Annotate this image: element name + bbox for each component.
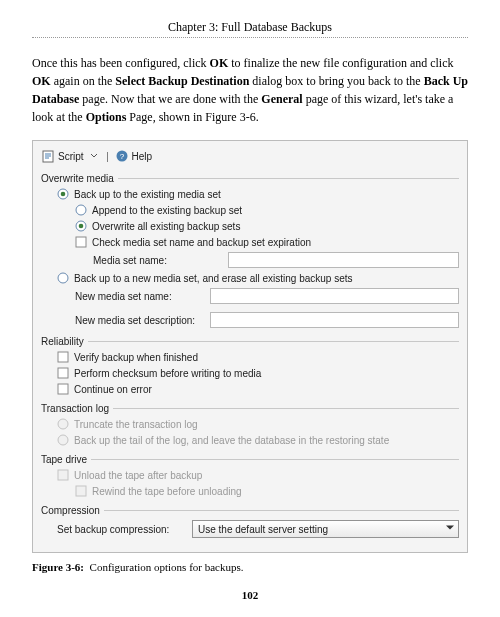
header-rule bbox=[32, 37, 468, 38]
group-reliability: Reliability Verify backup when finished … bbox=[41, 336, 459, 399]
checkbox-label: Verify backup when finished bbox=[74, 352, 198, 363]
svg-point-5 bbox=[76, 205, 86, 215]
svg-rect-16 bbox=[76, 486, 86, 496]
toolbar-separator: | bbox=[104, 151, 112, 162]
chapter-title: Chapter 3: Full Database Backups bbox=[32, 20, 468, 35]
radio-label: Truncate the transaction log bbox=[74, 419, 198, 430]
radio-overwrite-all[interactable]: Overwrite all existing backup sets bbox=[57, 218, 459, 234]
checkbox-icon bbox=[75, 236, 87, 248]
checkbox-label: Rewind the tape before unloading bbox=[92, 486, 242, 497]
group-compression: Compression Set backup compression: Use … bbox=[41, 505, 459, 542]
checkbox-icon bbox=[57, 383, 69, 395]
checkbox-rewind-tape: Rewind the tape before unloading bbox=[57, 483, 459, 499]
field-new-media-name: New media set name: bbox=[57, 286, 459, 306]
group-title: Compression bbox=[41, 505, 100, 516]
page-number: 102 bbox=[32, 589, 468, 601]
svg-rect-8 bbox=[76, 237, 86, 247]
group-transaction-log: Transaction log Truncate the transaction… bbox=[41, 403, 459, 450]
checkbox-label: Check media set name and backup set expi… bbox=[92, 237, 311, 248]
svg-text:?: ? bbox=[119, 152, 124, 161]
radio-label: Back up to a new media set, and erase al… bbox=[74, 273, 353, 284]
svg-rect-10 bbox=[58, 352, 68, 362]
help-label: Help bbox=[132, 151, 153, 162]
options-dialog: Script | ? Help Overwrite media Back up … bbox=[32, 140, 468, 553]
radio-icon bbox=[57, 434, 69, 446]
figure-caption: Figure 3-6: Configuration options for ba… bbox=[32, 561, 468, 573]
radio-icon bbox=[75, 204, 87, 216]
group-title: Overwrite media bbox=[41, 173, 114, 184]
svg-rect-11 bbox=[58, 368, 68, 378]
radio-existing-media[interactable]: Back up to the existing media set bbox=[57, 186, 459, 202]
radio-label: Append to the existing backup set bbox=[92, 205, 242, 216]
group-overwrite-media: Overwrite media Back up to the existing … bbox=[41, 173, 459, 332]
group-title: Tape drive bbox=[41, 454, 87, 465]
chevron-down-icon bbox=[87, 149, 101, 163]
checkbox-icon bbox=[57, 367, 69, 379]
radio-label: Back up to the existing media set bbox=[74, 189, 221, 200]
combo-value: Use the default server setting bbox=[198, 524, 328, 535]
checkbox-checksum[interactable]: Perform checksum before writing to media bbox=[57, 365, 459, 381]
checkbox-check-media[interactable]: Check media set name and backup set expi… bbox=[57, 234, 459, 250]
svg-point-9 bbox=[58, 273, 68, 283]
svg-point-13 bbox=[58, 419, 68, 429]
radio-icon bbox=[75, 220, 87, 232]
field-media-set-name: Media set name: bbox=[57, 250, 459, 270]
field-compression: Set backup compression: Use the default … bbox=[57, 518, 459, 540]
radio-backup-tail: Back up the tail of the log, and leave t… bbox=[57, 432, 459, 448]
radio-label: Overwrite all existing backup sets bbox=[92, 221, 240, 232]
svg-rect-12 bbox=[58, 384, 68, 394]
group-tape-drive: Tape drive Unload the tape after backup … bbox=[41, 454, 459, 501]
help-icon: ? bbox=[115, 149, 129, 163]
dialog-toolbar: Script | ? Help bbox=[41, 147, 459, 169]
svg-point-7 bbox=[79, 224, 84, 229]
new-media-name-input[interactable] bbox=[210, 288, 459, 304]
radio-icon bbox=[57, 188, 69, 200]
group-title: Transaction log bbox=[41, 403, 109, 414]
checkbox-icon bbox=[57, 469, 69, 481]
radio-icon bbox=[57, 272, 69, 284]
new-media-desc-input[interactable] bbox=[210, 312, 459, 328]
field-label: Set backup compression: bbox=[57, 524, 187, 535]
help-button[interactable]: Help bbox=[132, 151, 153, 162]
script-button[interactable]: Script bbox=[58, 149, 101, 163]
checkbox-icon bbox=[75, 485, 87, 497]
radio-append[interactable]: Append to the existing backup set bbox=[57, 202, 459, 218]
group-title: Reliability bbox=[41, 336, 84, 347]
compression-combobox[interactable]: Use the default server setting bbox=[192, 520, 459, 538]
checkbox-icon bbox=[57, 351, 69, 363]
field-label: New media set name: bbox=[75, 291, 205, 302]
script-icon bbox=[41, 149, 55, 163]
body-paragraph: Once this has been configured, click OK … bbox=[32, 54, 468, 126]
svg-point-4 bbox=[61, 192, 66, 197]
checkbox-unload-tape: Unload the tape after backup bbox=[57, 467, 459, 483]
media-set-name-input[interactable] bbox=[228, 252, 459, 268]
checkbox-continue[interactable]: Continue on error bbox=[57, 381, 459, 397]
checkbox-label: Continue on error bbox=[74, 384, 152, 395]
checkbox-label: Unload the tape after backup bbox=[74, 470, 202, 481]
field-label: Media set name: bbox=[93, 255, 223, 266]
radio-new-media[interactable]: Back up to a new media set, and erase al… bbox=[57, 270, 459, 286]
chevron-down-icon bbox=[446, 524, 454, 535]
field-new-media-desc: New media set description: bbox=[57, 310, 459, 330]
svg-rect-15 bbox=[58, 470, 68, 480]
checkbox-label: Perform checksum before writing to media bbox=[74, 368, 261, 379]
field-label: New media set description: bbox=[75, 315, 205, 326]
radio-icon bbox=[57, 418, 69, 430]
svg-point-14 bbox=[58, 435, 68, 445]
radio-label: Back up the tail of the log, and leave t… bbox=[74, 435, 389, 446]
checkbox-verify[interactable]: Verify backup when finished bbox=[57, 349, 459, 365]
script-label: Script bbox=[58, 151, 84, 162]
radio-truncate-log: Truncate the transaction log bbox=[57, 416, 459, 432]
